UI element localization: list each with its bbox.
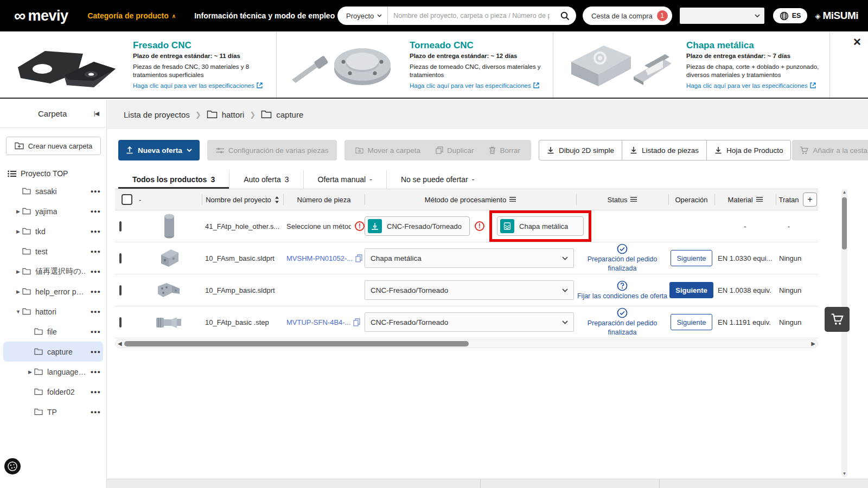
more-options-icon[interactable]: ●●● xyxy=(91,409,101,415)
cookie-settings-button[interactable] xyxy=(4,458,21,474)
more-options-icon[interactable]: ●●● xyxy=(91,289,101,294)
row-checkbox[interactable] xyxy=(119,285,122,296)
chevron-right-icon[interactable]: ▶ xyxy=(14,209,22,214)
chevron-right-icon[interactable]: ▶ xyxy=(14,229,22,234)
more-options-icon[interactable]: ●●● xyxy=(91,189,101,194)
move-to-folder-button[interactable]: Mover a carpeta xyxy=(348,146,428,155)
more-options-icon[interactable]: ●●● xyxy=(91,229,101,234)
filter-icon xyxy=(630,197,637,202)
row-checkbox[interactable] xyxy=(119,317,122,328)
duplicate-button[interactable]: Duplicar xyxy=(428,146,482,155)
banner-card-milling[interactable]: Fresado CNC Plazo de entrega estándar: ~… xyxy=(0,31,277,98)
sidebar-item-sasaki[interactable]: sasaki ●●● xyxy=(0,181,106,201)
misumi-logo[interactable]: ◈ MiSUMi xyxy=(815,10,858,22)
sidebar-item-language[interactable]: ▶ language… ●●● xyxy=(0,362,106,382)
multi-part-config-button[interactable]: Configuración de varias piezas xyxy=(207,140,337,160)
sidebar-item-folder02[interactable]: folder02 ●●● xyxy=(0,382,106,402)
sidebar-item-project-top[interactable]: Proyecto TOP xyxy=(8,169,106,178)
next-button[interactable]: Siguiente xyxy=(669,282,713,298)
method-select[interactable]: CNC-Fresado/Torneado xyxy=(365,312,574,332)
more-options-icon[interactable]: ●●● xyxy=(91,369,101,375)
search-scope-select[interactable]: Proyecto xyxy=(337,7,388,25)
nav-technical-info[interactable]: Información técnica y modo de empleo xyxy=(194,11,335,20)
vertical-scrollbar[interactable]: ▲ ▼ xyxy=(841,189,847,477)
collapse-sidebar-icon[interactable]: |◀ xyxy=(94,110,99,117)
scroll-down-icon[interactable]: ▼ xyxy=(841,471,847,476)
parts-list-button[interactable]: Listado de piezas xyxy=(622,140,707,160)
chevron-right-icon[interactable]: ▶ xyxy=(26,369,34,375)
breadcrumb-folder-hattori[interactable]: hattori xyxy=(207,110,245,119)
part-number-link[interactable]: MVSHM-PN01052-... xyxy=(283,254,365,262)
meviy-logo[interactable]: ∞ meviy xyxy=(14,8,68,24)
column-header-method[interactable]: Método de procesamiento xyxy=(365,189,576,210)
copy-icon[interactable] xyxy=(353,318,360,326)
close-icon[interactable]: ✕ xyxy=(853,36,861,48)
tab-cannot-offer[interactable]: No se puede ofertar - xyxy=(387,170,488,189)
simple-2d-drawing-button[interactable]: Dibujo 2D simple xyxy=(539,140,622,160)
more-options-icon[interactable]: ●●● xyxy=(91,389,101,395)
sidebar-item-test[interactable]: test ●●● xyxy=(0,241,106,261)
select-all-checkbox[interactable] xyxy=(122,194,132,205)
sidebar-item-yajima[interactable]: ▶ yajima ●●● xyxy=(0,201,106,221)
banner-spec-link[interactable]: Haga clic aquí para ver las especificaci… xyxy=(133,82,271,89)
sidebar-item-tp[interactable]: TP ●●● xyxy=(0,402,106,422)
more-options-icon[interactable]: ●●● xyxy=(91,309,101,314)
new-offer-button[interactable]: Nueva oferta xyxy=(118,140,200,160)
horizontal-scrollbar-thumb[interactable] xyxy=(124,341,469,346)
chevron-right-icon[interactable]: ▶ xyxy=(14,289,22,294)
method-select[interactable]: CNC-Fresado/Torneado xyxy=(365,280,574,300)
floating-cart-tab[interactable] xyxy=(825,307,850,332)
search-input[interactable] xyxy=(388,12,554,20)
more-options-icon[interactable]: ●●● xyxy=(91,329,101,335)
sidebar-item-help-error[interactable]: ▶ help_error p… ●●● xyxy=(0,281,106,301)
search-icon[interactable] xyxy=(554,11,576,21)
next-button[interactable]: Siguiente xyxy=(671,314,712,330)
breadcrumb-root[interactable]: Lista de proyectos xyxy=(124,110,190,119)
delete-button[interactable]: Borrar xyxy=(481,146,528,155)
language-button[interactable]: ES xyxy=(773,8,808,23)
secondary-select[interactable] xyxy=(680,8,764,24)
more-options-icon[interactable]: ●●● xyxy=(91,349,101,355)
vertical-scrollbar-thumb[interactable] xyxy=(842,197,847,249)
more-options-icon[interactable]: ●●● xyxy=(91,249,101,254)
sidebar-item-revalue[interactable]: ▶ 値再選択時の… ●●● xyxy=(0,261,106,281)
banner-spec-link[interactable]: Haga clic aquí para ver las especificaci… xyxy=(410,82,547,89)
nav-product-category[interactable]: Categoría de producto ∧ xyxy=(87,11,176,20)
banner-card-sheetmetal[interactable]: Chapa metálica Plazo de entrega estándar… xyxy=(553,31,830,98)
copy-icon[interactable] xyxy=(355,254,362,262)
scroll-up-icon[interactable]: ▲ xyxy=(841,190,847,195)
part-number-link[interactable]: MVTUP-SFN-4B4-... xyxy=(283,318,365,326)
method-select[interactable]: Chapa metálica xyxy=(365,248,574,268)
product-sheet-button[interactable]: Hoja de Producto xyxy=(706,140,791,160)
horizontal-scrollbar[interactable]: ◀ ▶ xyxy=(115,339,818,348)
breadcrumb-folder-capture[interactable]: capture xyxy=(261,110,303,119)
sidebar-item-tkd[interactable]: ▶ tkd ●●● xyxy=(0,221,106,241)
banner-card-turning[interactable]: Torneado CNC Plazo de entrega estándar: … xyxy=(277,31,553,98)
tab-manual-offer[interactable]: Oferta manual - xyxy=(304,170,387,189)
more-options-icon[interactable]: ●●● xyxy=(91,269,101,274)
column-header-material[interactable]: Material xyxy=(714,189,776,210)
tab-all-products[interactable]: Todos los productos 3 xyxy=(118,170,229,189)
chevron-right-icon[interactable]: ▶ xyxy=(14,269,22,274)
row-checkbox[interactable] xyxy=(119,221,122,232)
column-header-status[interactable]: Status xyxy=(576,189,668,210)
chevron-down-icon[interactable]: ▼ xyxy=(14,309,22,314)
sidebar-item-capture[interactable]: capture ●●● xyxy=(3,342,103,362)
next-button[interactable]: Siguiente xyxy=(671,250,712,266)
scroll-left-icon[interactable]: ◀ xyxy=(118,341,122,346)
method-sheetmetal-button[interactable]: Chapa metálica xyxy=(497,216,584,236)
tab-auto-offer[interactable]: Auto oferta 3 xyxy=(229,170,303,189)
add-to-cart-button[interactable]: Añadir a la cesta de la compra xyxy=(792,140,868,160)
column-header-label: Método de procesamiento xyxy=(425,196,506,204)
cart-button[interactable]: Cesta de la compra 1 xyxy=(583,7,672,25)
method-cnc-button[interactable]: CNC-Fresado/Torneado xyxy=(365,216,470,236)
create-folder-button[interactable]: Crear nueva carpeta xyxy=(6,137,101,155)
more-options-icon[interactable]: ●●● xyxy=(91,209,101,214)
sidebar-item-hattori[interactable]: ▼ hattori ●●● xyxy=(0,301,106,322)
add-column-button[interactable]: + xyxy=(803,192,817,207)
sidebar-item-file[interactable]: file ●●● xyxy=(0,322,106,342)
row-checkbox[interactable] xyxy=(119,253,122,264)
banner-spec-link[interactable]: Haga clic aquí para ver las especificaci… xyxy=(686,82,824,89)
column-header-name[interactable]: Nombre del proyecto xyxy=(202,189,283,210)
scroll-right-icon[interactable]: ▶ xyxy=(811,341,815,346)
